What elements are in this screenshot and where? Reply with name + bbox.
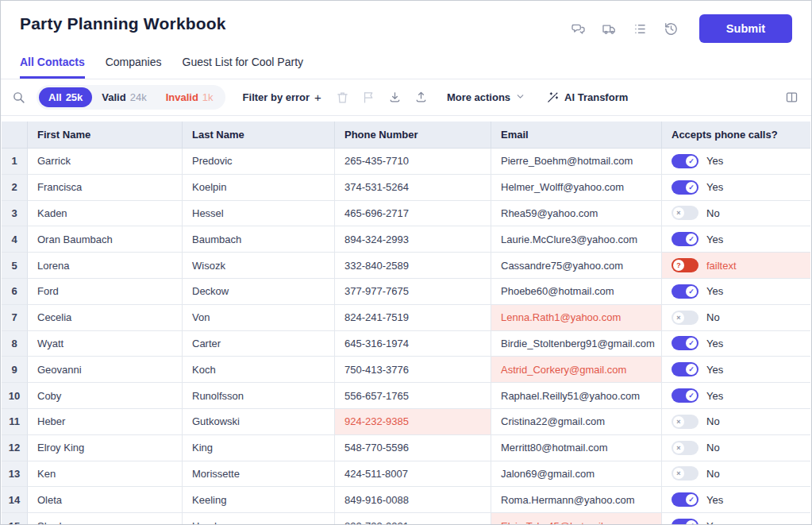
cell-accepts-calls[interactable]: ✓Yes <box>662 279 810 305</box>
cell-last-name[interactable]: Koelpin <box>183 175 335 201</box>
cell-accepts-calls[interactable]: ✓Yes <box>662 175 810 201</box>
cell-email[interactable]: Pierre_Boehm@hotmail.com <box>491 149 662 175</box>
cell-last-name[interactable]: Predovic <box>183 149 335 175</box>
tab-all-contacts[interactable]: All Contacts <box>20 56 85 79</box>
column-header-accepts-calls[interactable]: Accepts phone calls? <box>662 122 810 149</box>
cell-email[interactable]: Rhea59@yahoo.com <box>491 201 662 227</box>
list-icon[interactable] <box>633 21 648 37</box>
history-icon[interactable] <box>664 21 679 37</box>
cell-last-name[interactable]: Hand <box>183 513 335 524</box>
column-header-phone[interactable]: Phone Number <box>335 122 491 149</box>
row-number[interactable]: 8 <box>2 331 28 357</box>
filter-by-error-button[interactable]: Filter by error + <box>243 91 321 104</box>
cell-accepts-calls[interactable]: ×No <box>662 305 810 331</box>
cell-accepts-calls[interactable]: ×No <box>662 409 810 435</box>
cell-last-name[interactable]: Morissette <box>183 461 335 488</box>
cell-last-name[interactable]: Baumbach <box>183 226 335 253</box>
cell-first-name[interactable]: Elroy King <box>28 435 183 461</box>
cell-last-name[interactable]: Wisozk <box>183 253 335 279</box>
cell-accepts-calls[interactable]: ✓Yes <box>662 487 810 513</box>
tab-guest-list[interactable]: Guest List for Cool Party <box>183 56 304 79</box>
search-icon[interactable] <box>12 91 25 104</box>
cell-phone-number[interactable]: 465-696-2717 <box>335 201 491 227</box>
row-number[interactable]: 4 <box>2 226 28 253</box>
cell-phone-number[interactable]: 556-657-1765 <box>335 383 491 409</box>
cell-phone-number[interactable]: 832-733-3321 <box>335 513 491 524</box>
cell-first-name[interactable]: Kaden <box>28 201 183 227</box>
row-number[interactable]: 2 <box>2 175 28 201</box>
row-number[interactable]: 13 <box>2 461 28 488</box>
cell-last-name[interactable]: King <box>183 435 335 461</box>
row-number[interactable]: 1 <box>2 149 28 175</box>
cell-accepts-calls[interactable]: ✓Yes <box>662 357 810 383</box>
column-header-email[interactable]: Email <box>491 122 662 149</box>
select-all-corner[interactable] <box>2 122 28 149</box>
cell-email[interactable]: Cassandre75@yahoo.com <box>491 253 662 279</box>
accepts-calls-toggle[interactable]: × <box>672 441 698 455</box>
comments-icon[interactable] <box>571 21 586 37</box>
row-number[interactable]: 5 <box>2 253 28 279</box>
accepts-calls-toggle[interactable]: ✓ <box>672 362 698 376</box>
cell-first-name[interactable]: Garrick <box>28 149 183 175</box>
cell-accepts-calls[interactable]: ✓Yes <box>662 331 810 357</box>
filter-valid[interactable]: Valid 24k <box>92 87 156 107</box>
row-number[interactable]: 3 <box>2 201 28 227</box>
cell-last-name[interactable]: Carter <box>183 331 335 357</box>
cell-accepts-calls[interactable]: ×No <box>662 201 810 227</box>
cell-first-name[interactable]: Ford <box>28 279 183 305</box>
cell-last-name[interactable]: Koch <box>183 357 335 383</box>
flag-icon[interactable] <box>362 91 375 104</box>
cell-first-name[interactable]: Coby <box>28 383 183 409</box>
cell-email[interactable]: Roma.Hermann@yahoo.com <box>491 487 662 513</box>
cell-last-name[interactable]: Gutkowski <box>183 409 335 435</box>
cell-accepts-calls[interactable]: ✓Yes <box>662 383 810 409</box>
accepts-calls-toggle[interactable]: ✓ <box>672 519 698 524</box>
column-header-first-name[interactable]: First Name <box>28 122 183 149</box>
cell-email[interactable]: Laurie.McClure3@yahoo.com <box>491 226 662 253</box>
cell-phone-number[interactable]: 894-324-2993 <box>335 226 491 253</box>
cell-phone-number[interactable]: 374-531-5264 <box>335 175 491 201</box>
accepts-calls-toggle[interactable]: × <box>672 415 698 429</box>
row-number[interactable]: 12 <box>2 435 28 461</box>
accepts-calls-toggle[interactable]: ✓ <box>672 180 698 195</box>
cell-phone-number[interactable]: 824-241-7519 <box>335 305 491 331</box>
cell-email[interactable]: Astrid_Corkery@gmail.com <box>491 357 662 383</box>
cell-email[interactable]: Merritt80@hotmail.com <box>491 435 662 461</box>
cell-phone-number[interactable]: 645-316-1974 <box>335 331 491 357</box>
cell-email[interactable]: Helmer_Wolff@yahoo.com <box>491 175 662 201</box>
tab-companies[interactable]: Companies <box>106 56 162 79</box>
submit-button[interactable]: Submit <box>699 14 792 43</box>
cell-email[interactable]: Birdie_Stoltenberg91@gmail.com <box>491 331 662 357</box>
cell-first-name[interactable]: Heber <box>28 409 183 435</box>
cell-last-name[interactable]: Hessel <box>183 201 335 227</box>
cell-first-name[interactable]: Geovanni <box>28 357 183 383</box>
download-icon[interactable] <box>388 91 402 104</box>
cell-first-name[interactable]: Cecelia <box>28 305 183 331</box>
cell-first-name[interactable]: Wyatt <box>28 331 183 357</box>
cell-accepts-calls[interactable]: ×No <box>662 435 810 461</box>
cell-first-name[interactable]: Ken <box>28 461 183 488</box>
cell-accepts-calls[interactable]: ?failtext <box>662 253 810 279</box>
filter-all[interactable]: All 25k <box>39 87 92 107</box>
accepts-calls-toggle[interactable]: ? <box>672 258 698 272</box>
accepts-calls-toggle[interactable]: × <box>672 311 698 325</box>
cell-accepts-calls[interactable]: ✓Yes <box>662 513 810 524</box>
cell-last-name[interactable]: Keeling <box>183 487 335 513</box>
cell-last-name[interactable]: Deckow <box>183 279 335 305</box>
cell-phone-number[interactable]: 924-232-9385 <box>335 409 491 435</box>
cell-email[interactable]: Elsie.Toby45@hotmail.com <box>491 513 662 524</box>
accepts-calls-toggle[interactable]: ✓ <box>672 388 698 403</box>
accepts-calls-toggle[interactable]: × <box>672 206 698 220</box>
cell-first-name[interactable]: Oleta <box>28 487 183 513</box>
cell-last-name[interactable]: Runolfsson <box>183 383 335 409</box>
accepts-calls-toggle[interactable]: ✓ <box>672 154 698 168</box>
row-number[interactable]: 10 <box>2 383 28 409</box>
row-number[interactable]: 11 <box>2 409 28 435</box>
cell-phone-number[interactable]: 849-916-0088 <box>335 487 491 513</box>
accepts-calls-toggle[interactable]: × <box>672 466 698 481</box>
accepts-calls-toggle[interactable]: ✓ <box>672 232 698 246</box>
accepts-calls-toggle[interactable]: ✓ <box>672 336 698 350</box>
accepts-calls-toggle[interactable]: ✓ <box>672 284 698 299</box>
cell-email[interactable]: Raphael.Reilly51@yahoo.com <box>491 383 662 409</box>
cell-first-name[interactable]: Lorena <box>28 253 183 279</box>
